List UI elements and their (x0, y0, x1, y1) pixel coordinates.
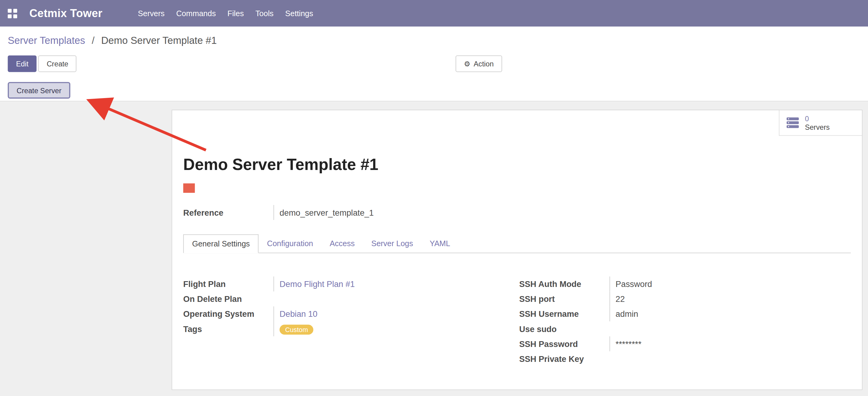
use-sudo-label: Use sudo (519, 321, 609, 336)
breadcrumb-separator: / (92, 35, 94, 46)
stat-label: Servers (805, 123, 830, 131)
field-row-on-delete-plan: On Delete Plan (183, 291, 519, 306)
operating-system-link[interactable]: Debian 10 (280, 309, 317, 319)
apps-menu-icon[interactable] (8, 8, 17, 18)
record-color-swatch[interactable] (183, 183, 195, 193)
field-row-use-sudo: Use sudo (519, 321, 829, 336)
field-group-left: Flight Plan Demo Flight Plan #1 On Delet… (183, 277, 519, 366)
app-title[interactable]: Cetmix Tower (29, 7, 102, 20)
menu-files[interactable]: Files (227, 9, 244, 18)
on-delete-plan-label: On Delete Plan (183, 291, 273, 306)
flight-plan-label: Flight Plan (183, 277, 273, 291)
ssh-port-value: 22 (610, 291, 829, 306)
breadcrumb: Server Templates / Demo Server Template … (8, 35, 217, 47)
action-menu-wrap: ⚙ Action (456, 55, 502, 72)
tags-label: Tags (183, 321, 273, 336)
record-title: Demo Server Template #1 (183, 154, 851, 174)
stat-value: 0 (805, 115, 830, 123)
menu-tools[interactable]: Tools (255, 9, 273, 18)
menu-servers[interactable]: Servers (138, 9, 165, 18)
breadcrumb-current: Demo Server Template #1 (101, 35, 217, 46)
object-buttons-row: Create Server (8, 82, 70, 99)
action-menu-button[interactable]: ⚙ Action (456, 55, 502, 72)
ssh-port-label: SSH port (519, 291, 609, 306)
field-row-ssh-auth-mode: SSH Auth Mode Password (519, 277, 829, 291)
field-row-ssh-private-key: SSH Private Key (519, 351, 829, 366)
server-stack-icon (786, 117, 800, 129)
notebook-tabs: General Settings Configuration Access Se… (183, 234, 851, 253)
reference-value: demo_server_template_1 (274, 205, 851, 220)
field-row-tags: Tags Custom (183, 321, 519, 336)
tab-server-logs[interactable]: Server Logs (363, 234, 422, 253)
tab-yaml[interactable]: YAML (422, 234, 459, 253)
flight-plan-link[interactable]: Demo Flight Plan #1 (280, 279, 355, 289)
field-group-right: SSH Auth Mode Password SSH port 22 SSH U… (519, 277, 829, 366)
breadcrumb-parent[interactable]: Server Templates (8, 35, 85, 46)
tab-configuration[interactable]: Configuration (259, 234, 321, 253)
control-panel: Server Templates / Demo Server Template … (0, 27, 868, 102)
field-row-ssh-password: SSH Password ******** (519, 336, 829, 351)
field-row-ssh-port: SSH port 22 (519, 291, 829, 306)
create-button[interactable]: Create (38, 55, 77, 72)
field-groups: Flight Plan Demo Flight Plan #1 On Delet… (183, 277, 851, 366)
tab-general-settings[interactable]: General Settings (183, 234, 259, 253)
tag-custom[interactable]: Custom (280, 325, 314, 335)
ssh-password-value: ******** (610, 336, 829, 351)
menu-commands[interactable]: Commands (176, 9, 216, 18)
reference-label: Reference (183, 205, 273, 220)
create-server-button[interactable]: Create Server (8, 82, 70, 99)
content-area: 0 Servers Demo Server Template #1 Refere… (0, 102, 868, 396)
servers-stat-button[interactable]: 0 Servers (779, 110, 862, 136)
field-row: Reference demo_server_template_1 (183, 205, 851, 220)
ssh-private-key-label: SSH Private Key (519, 351, 609, 366)
reference-group: Reference demo_server_template_1 (183, 205, 851, 220)
ssh-username-label: SSH Username (519, 306, 609, 321)
menu-settings[interactable]: Settings (285, 9, 313, 18)
ssh-auth-mode-value: Password (610, 277, 829, 291)
button-row: Edit Create (8, 55, 76, 72)
field-row-ssh-username: SSH Username admin (519, 306, 829, 321)
ssh-password-label: SSH Password (519, 336, 609, 351)
operating-system-label: Operating System (183, 306, 273, 321)
top-menu: Servers Commands Files Tools Settings (138, 9, 313, 18)
field-row-flight-plan: Flight Plan Demo Flight Plan #1 (183, 277, 519, 291)
edit-button[interactable]: Edit (8, 55, 36, 72)
page: Cetmix Tower Servers Commands Files Tool… (0, 0, 868, 396)
ssh-username-value: admin (610, 306, 829, 321)
tab-access[interactable]: Access (321, 234, 363, 253)
record-sheet: 0 Servers Demo Server Template #1 Refere… (172, 110, 863, 390)
action-menu-label: Action (473, 60, 494, 68)
ssh-auth-mode-label: SSH Auth Mode (519, 277, 609, 291)
sheet-inner: Demo Server Template #1 Reference demo_s… (172, 154, 862, 366)
top-navbar: Cetmix Tower Servers Commands Files Tool… (0, 0, 868, 27)
gear-icon: ⚙ (464, 60, 470, 68)
field-row-operating-system: Operating System Debian 10 (183, 306, 519, 321)
